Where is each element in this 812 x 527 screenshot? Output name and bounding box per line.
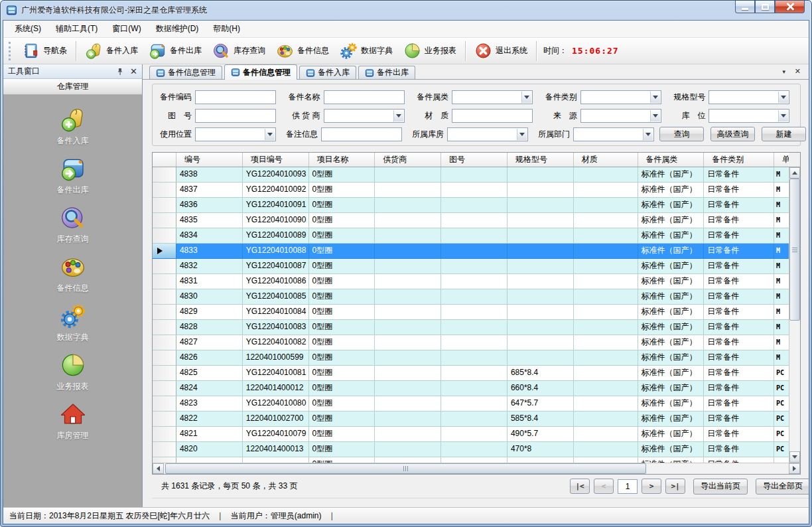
menu-aux-tools[interactable]: 辅助工具(T) bbox=[48, 21, 105, 37]
cell-attribute: 标准件（国产） bbox=[638, 457, 705, 463]
first-page-button[interactable]: |< bbox=[570, 479, 590, 494]
new-button[interactable]: 新建 bbox=[762, 127, 806, 141]
toolbar-navigator-button[interactable]: 导航条 bbox=[17, 39, 72, 62]
toolbar-parts-info-button[interactable]: 备件信息 bbox=[271, 39, 334, 62]
tab-close-icon[interactable] bbox=[795, 65, 801, 76]
usage-position-combo[interactable] bbox=[195, 127, 276, 141]
part-name-input[interactable] bbox=[324, 90, 405, 104]
vertical-scrollbar[interactable] bbox=[789, 167, 800, 463]
cell-id: 4830 bbox=[176, 289, 243, 305]
close-button[interactable] bbox=[775, 1, 805, 13]
tab-list-dropdown-icon[interactable] bbox=[781, 65, 787, 76]
column-header-project-no[interactable]: 项目编号 bbox=[243, 153, 309, 167]
vertical-scroll-thumb[interactable] bbox=[789, 179, 800, 321]
sidebar-item-stock-query[interactable]: 库存查询 bbox=[3, 202, 142, 251]
table-row[interactable]: 4824 1220401400012 0型圈 660*8.4 标准件（国产） bbox=[153, 381, 789, 396]
prev-page-button[interactable]: < bbox=[594, 479, 614, 494]
maximize-button[interactable] bbox=[755, 1, 775, 13]
sidebar-item-parts-outbound[interactable]: 备件出库 bbox=[3, 153, 142, 202]
table-row[interactable]: 4829 YG12204010084 0型圈 标准件（国产） 日常备件 bbox=[153, 305, 789, 320]
last-page-button[interactable]: >| bbox=[665, 479, 685, 494]
export-current-page-button[interactable]: 导出当前页 bbox=[693, 479, 748, 494]
toolbar-exit-system-button[interactable]: 退出系统 bbox=[469, 39, 533, 62]
part-attribute-combo[interactable] bbox=[452, 90, 533, 104]
supplier-combo[interactable] bbox=[324, 109, 405, 123]
remark-input[interactable] bbox=[321, 127, 402, 141]
table-row[interactable]: 4827 YG12204010082 0型圈 标准件（国产） 日常备件 bbox=[153, 335, 789, 350]
column-header-category[interactable]: 备件类别 bbox=[704, 153, 774, 167]
toolbar-parts-outbound-button[interactable]: 备件出库 bbox=[143, 39, 207, 62]
column-header-supplier[interactable]: 供货商 bbox=[375, 153, 441, 167]
table-row[interactable]: 4828 YG12204010083 0型圈 标准件（国产） 日常备件 bbox=[153, 320, 789, 335]
sidebar-item-warehouse-management[interactable]: 库房管理 bbox=[3, 398, 142, 447]
column-header-material[interactable]: 材质 bbox=[574, 153, 638, 167]
column-header-drawing-no[interactable]: 图号 bbox=[441, 153, 508, 167]
header-selector[interactable] bbox=[153, 153, 176, 167]
tool-window-close-icon[interactable]: ✕ bbox=[130, 67, 137, 76]
table-row[interactable]: 4835 YG12204010090 0型圈 标准件（国产） 日常备件 bbox=[153, 213, 789, 228]
spec-model-combo[interactable] bbox=[709, 90, 789, 104]
warehouse-combo[interactable] bbox=[447, 127, 528, 141]
toolbar-stock-query-button[interactable]: 库存查询 bbox=[207, 39, 271, 62]
next-page-button[interactable]: > bbox=[642, 479, 661, 494]
query-button[interactable]: 查询 bbox=[659, 127, 704, 141]
table-row[interactable]: 4837 YG12204010092 0型圈 标准件（国产） 日常备件 bbox=[153, 183, 789, 198]
department-combo[interactable] bbox=[573, 127, 654, 141]
tab-parts-outbound[interactable]: 备件出库 bbox=[358, 66, 415, 79]
column-header-project-name[interactable]: 项目名称 bbox=[309, 153, 375, 167]
part-code-input[interactable] bbox=[195, 90, 276, 104]
location-combo[interactable] bbox=[709, 109, 789, 123]
table-row[interactable]: 4822 1220401002700 0型圈 585*8.4 标准件（国产） bbox=[153, 412, 789, 427]
toolbar-parts-inbound-button[interactable]: 备件入库 bbox=[80, 39, 143, 62]
pin-icon[interactable] bbox=[116, 68, 124, 76]
export-all-pages-button[interactable]: 导出全部页 bbox=[756, 479, 809, 494]
table-row[interactable]: 4832 YG12204010087 0型圈 标准件（国产） 日常备件 bbox=[153, 259, 789, 274]
column-header-unit[interactable]: 单位 bbox=[774, 153, 789, 167]
table-row[interactable]: 4825 YG12204010081 0型圈 685*8.4 标准件（国产） bbox=[153, 366, 789, 381]
toolbar-business-report-button[interactable]: 业务报表 bbox=[398, 39, 462, 62]
table-row[interactable]: 4838 YG12204010093 0型圈 标准件（国产） 日常备件 bbox=[153, 167, 789, 183]
tab-parts-info-mgmt-2[interactable]: 备件信息管理 bbox=[224, 64, 297, 80]
table-row[interactable]: 4821 YG12204010079 0型圈 490*5.7 标准件（国产） bbox=[153, 427, 789, 442]
table-row[interactable]: 4823 YG12204010080 0型圈 647*5.7 标准件（国产） bbox=[153, 396, 789, 412]
minimize-button[interactable] bbox=[735, 1, 755, 13]
menu-window[interactable]: 窗口(W) bbox=[105, 21, 148, 37]
table-row[interactable]: 4830 YG12204010085 0型圈 标准件（国产） 日常备件 bbox=[153, 289, 789, 305]
toolbar-data-dictionary-button[interactable]: 数据字典 bbox=[334, 39, 398, 62]
toolbar-grip[interactable] bbox=[9, 42, 13, 60]
column-header-spec[interactable]: 规格型号 bbox=[508, 153, 574, 167]
column-header-attribute[interactable]: 备件属类 bbox=[638, 153, 705, 167]
sidebar-item-parts-info[interactable]: 备件信息 bbox=[3, 251, 142, 300]
part-category-combo[interactable] bbox=[580, 90, 661, 104]
advanced-query-button[interactable]: 高级查询 bbox=[710, 127, 755, 141]
menu-data-maintenance[interactable]: 数据维护(D) bbox=[149, 21, 206, 37]
horizontal-scrollbar[interactable] bbox=[153, 463, 800, 474]
tab-parts-inbound[interactable]: 备件入库 bbox=[299, 66, 356, 79]
horizontal-scroll-thumb[interactable] bbox=[165, 463, 646, 474]
scroll-right-arrow[interactable] bbox=[789, 463, 800, 474]
material-input[interactable] bbox=[452, 109, 533, 123]
table-row[interactable]: 0型圈 标准件（国产） 日常备件 bbox=[153, 457, 789, 463]
page-number-input[interactable] bbox=[618, 479, 638, 494]
scroll-down-arrow[interactable] bbox=[789, 451, 800, 463]
table-row[interactable]: 4826 1220401000599 0型圈 标准件（国产） 日常备件 bbox=[153, 350, 789, 366]
table-row[interactable]: 4820 1220401400013 0型圈 470*8 标准件（国产） bbox=[153, 442, 789, 457]
sidebar-item-business-report[interactable]: 业务报表 bbox=[3, 349, 142, 398]
menu-system[interactable]: 系统(S) bbox=[7, 21, 48, 37]
source-combo[interactable] bbox=[580, 109, 661, 123]
vertical-scroll-track[interactable] bbox=[789, 179, 800, 451]
drawing-no-input[interactable] bbox=[195, 109, 276, 123]
warehouse-group-header[interactable]: 仓库管理 bbox=[3, 79, 142, 95]
table-row[interactable]: 4834 YG12204010089 0型圈 标准件（国产） 日常备件 bbox=[153, 228, 789, 244]
menu-help[interactable]: 帮助(H) bbox=[206, 21, 247, 37]
scroll-left-arrow[interactable] bbox=[153, 463, 164, 474]
horizontal-scroll-track[interactable] bbox=[164, 463, 789, 474]
column-header-id[interactable]: 编号 bbox=[176, 153, 243, 167]
table-row[interactable]: 4836 YG12204010091 0型圈 标准件（国产） 日常备件 bbox=[153, 198, 789, 213]
scroll-up-arrow[interactable] bbox=[789, 167, 800, 179]
table-row[interactable]: 4833 YG12204010088 0型圈 标准件（国产） 日常备件 bbox=[153, 244, 789, 259]
table-row[interactable]: 4831 YG12204010086 0型圈 标准件（国产） 日常备件 bbox=[153, 274, 789, 289]
sidebar-item-data-dictionary[interactable]: 数据字典 bbox=[3, 300, 142, 349]
tab-parts-info-mgmt-1[interactable]: 备件信息管理 bbox=[149, 66, 222, 79]
sidebar-item-parts-inbound[interactable]: 备件入库 bbox=[3, 104, 142, 153]
